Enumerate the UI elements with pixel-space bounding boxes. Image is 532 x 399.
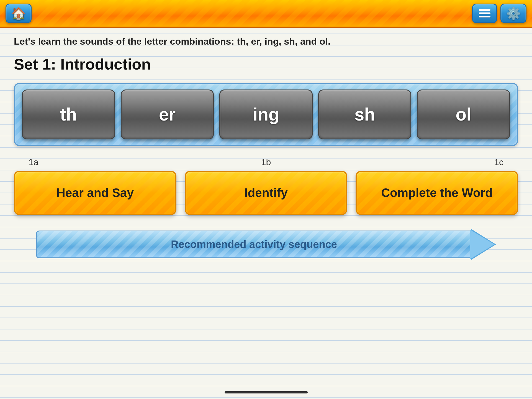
tile-er[interactable]: er	[121, 89, 214, 139]
activity-label-1c: 1c	[350, 157, 515, 167]
tile-ol[interactable]: ol	[417, 89, 510, 139]
header-right-buttons: ⚙️	[472, 4, 526, 23]
home-button[interactable]: 🏠	[6, 4, 32, 23]
main-content: Let's learn the sounds of the letter com…	[0, 28, 532, 279]
identify-button[interactable]: Identify	[185, 171, 347, 215]
bottom-bar	[225, 391, 308, 393]
settings-button[interactable]: ⚙️	[500, 4, 526, 23]
activity-buttons: Hear and Say Identify Complete the Word	[14, 171, 518, 215]
gear-icon: ⚙️	[506, 7, 521, 20]
menu-button[interactable]	[472, 4, 497, 23]
tile-ing[interactable]: ing	[219, 89, 313, 139]
sequence-arrow-body: Recommended activity sequence	[36, 231, 471, 258]
activity-label-1a: 1a	[17, 157, 182, 167]
tile-th[interactable]: th	[22, 89, 115, 139]
sequence-container: Recommended activity sequence	[14, 229, 518, 260]
instruction-text: Let's learn the sounds of the letter com…	[14, 36, 518, 47]
activity-label-1b: 1b	[184, 157, 348, 167]
set-title: Set 1: Introduction	[14, 55, 518, 73]
tiles-container: th er ing sh ol	[14, 83, 518, 146]
complete-the-word-button[interactable]: Complete the Word	[356, 171, 518, 215]
header-bar: 🏠 ⚙️	[0, 0, 532, 28]
sequence-arrow-tip	[471, 229, 496, 260]
tile-sh[interactable]: sh	[318, 89, 412, 139]
hear-and-say-button[interactable]: Hear and Say	[14, 171, 176, 215]
sequence-arrow-wrapper: Recommended activity sequence	[36, 229, 496, 260]
menu-icon	[479, 9, 490, 17]
activity-labels: 1a 1b 1c	[14, 157, 518, 167]
home-icon: 🏠	[11, 7, 26, 20]
